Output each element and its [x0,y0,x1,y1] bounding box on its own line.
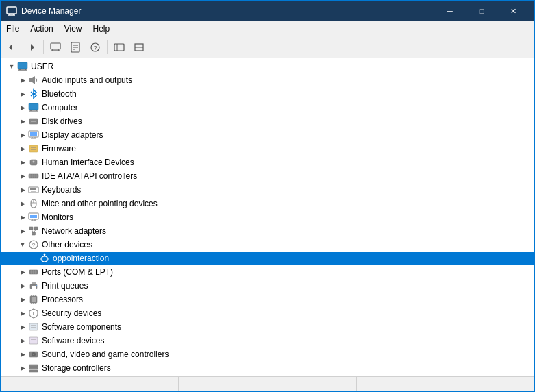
expand-icon-2[interactable]: ▶ [17,102,28,113]
item-icon-3 [28,116,39,127]
help-button[interactable]: ? [86,38,105,56]
tree-item-0[interactable]: ▶Audio inputs and outputs [1,73,534,87]
svg-rect-27 [29,103,38,110]
back-button[interactable] [2,38,21,56]
tree-item-21[interactable]: ▶Storage controllers [1,361,534,375]
svg-text:?: ? [94,45,97,51]
expand-icon-3[interactable]: ▶ [17,116,28,127]
tree-item-20[interactable]: ▶Sound, video and game controllers [1,347,534,361]
tree-item-19[interactable]: ▶Software devices [1,334,534,347]
maximize-button[interactable]: □ [466,1,497,21]
expand-icon-0[interactable]: ▶ [17,75,28,86]
app-icon [6,5,17,16]
device-tree[interactable]: ▼ USER ▶Audio inputs and outputs▶Bluetoo… [1,58,534,376]
toolbar-separator-1 [43,40,44,54]
close-button[interactable]: ✕ [497,1,529,21]
content-area: ▼ USER ▶Audio inputs and outputs▶Bluetoo… [1,58,534,376]
svg-text:?: ? [32,242,36,249]
tree-item-7[interactable]: ▶IDE ATA/ATAPI controllers [1,169,534,183]
minimize-button[interactable]: ─ [434,1,466,21]
tree-item-16[interactable]: ▶Processors [1,293,534,306]
svg-rect-98 [29,370,38,372]
item-icon-19 [28,335,39,346]
expand-icon-18[interactable]: ▶ [17,321,28,332]
tree-item-8[interactable]: ▶Keyboards [1,183,534,197]
svg-point-77 [36,285,37,286]
expand-icon-20[interactable]: ▶ [17,349,28,360]
tree-item-2[interactable]: ▶Computer [1,101,534,114]
item-icon-12: ? [28,239,39,250]
forward-button[interactable] [22,38,41,56]
expand-icon-5[interactable]: ▶ [17,143,28,154]
expand-icon-19[interactable]: ▶ [17,335,28,346]
expand-icon-4[interactable]: ▶ [17,130,28,140]
expand-icon-9[interactable]: ▶ [17,198,28,209]
svg-rect-91 [29,337,38,344]
tree-item-3[interactable]: ▶Disk drives [1,114,534,128]
item-icon-2 [28,102,39,113]
svg-rect-97 [29,367,38,369]
expand-icon-14[interactable]: ▶ [17,267,28,278]
status-bar [1,376,534,391]
tree-item-6[interactable]: ▶Human Interface Devices [1,156,534,169]
item-icon-21 [28,363,39,373]
expand-icon-11[interactable]: ▶ [17,225,28,236]
svg-rect-38 [29,145,38,152]
expand-icon-13[interactable] [28,253,39,264]
expand-icon-10[interactable]: ▶ [17,212,28,223]
tree-item-5[interactable]: ▶Firmware [1,142,534,156]
tree-root[interactable]: ▼ USER [1,60,534,73]
computer-button[interactable] [46,38,65,56]
svg-rect-62 [32,232,36,235]
window-title: Device Manager [21,6,434,16]
svg-point-69 [44,254,46,256]
tree-item-12[interactable]: ▼?Other devices [1,238,534,252]
expand-icon-21[interactable]: ▶ [17,363,28,373]
item-label-7: IDE ATA/ATAPI controllers [42,171,137,181]
tree-item-11[interactable]: ▶Network adapters [1,224,534,238]
tree-item-13[interactable]: oppointeraction [1,252,534,265]
svg-point-67 [41,256,48,262]
svg-rect-32 [31,121,36,122]
svg-rect-34 [30,132,37,136]
expand-icon-8[interactable]: ▶ [17,184,28,195]
tree-item-10[interactable]: ▶Monitors [1,210,534,224]
toolbar: ? [1,36,534,58]
properties-button[interactable] [66,38,85,56]
tree-item-17[interactable]: ▶Security devices [1,306,534,320]
expand-icon-16[interactable]: ▶ [17,294,28,305]
window-controls: ─ □ ✕ [434,1,529,21]
menu-item-help[interactable]: Help [88,21,116,36]
svg-rect-61 [34,227,38,230]
svg-rect-96 [29,365,38,367]
expand-icon-7[interactable]: ▶ [17,171,28,182]
menu-item-action[interactable]: Action [25,21,58,36]
tree-item-15[interactable]: ▶Print queues [1,279,534,293]
item-label-8: Keyboards [42,185,81,195]
update-driver-button[interactable] [110,38,129,56]
title-bar: Device Manager ─ □ ✕ [1,1,534,21]
menu-item-view[interactable]: View [59,21,88,36]
root-expand-icon[interactable]: ▼ [6,61,17,72]
tree-item-4[interactable]: ▶Display adapters [1,128,534,142]
expand-icon-1[interactable]: ▶ [17,88,28,99]
tree-item-14[interactable]: ▶Ports (COM & LPT) [1,265,534,279]
expand-icon-12[interactable]: ▼ [17,239,28,250]
expand-icon-17[interactable]: ▶ [17,308,28,319]
expand-icon-15[interactable]: ▶ [17,280,28,291]
tree-item-18[interactable]: ▶Software components [1,320,534,334]
tree-item-1[interactable]: ▶Bluetooth [1,87,534,101]
item-icon-4 [28,130,39,140]
item-icon-8 [28,184,39,195]
svg-rect-56 [30,215,37,218]
item-label-0: Audio inputs and outputs [42,75,132,85]
svg-rect-20 [18,62,27,69]
item-icon-13 [39,253,50,264]
expand-icon-6[interactable]: ▶ [17,157,28,168]
tree-item-9[interactable]: ▶Mice and other pointing devices [1,197,534,210]
menu-item-file[interactable]: File [1,21,25,36]
scan-button[interactable] [129,38,149,56]
item-label-11: Network adapters [42,226,106,236]
svg-rect-52 [31,191,36,192]
device-manager-window: Device Manager ─ □ ✕ FileActionViewHelp [0,0,535,392]
